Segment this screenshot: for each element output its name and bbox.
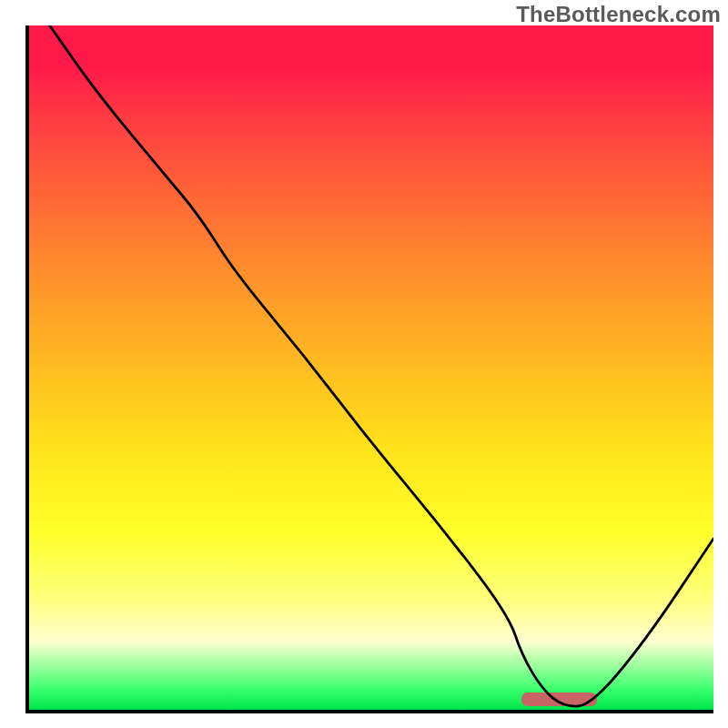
chart-wrapper: TheBottleneck.com xyxy=(0,0,728,728)
bottleneck-curve-path xyxy=(50,25,713,706)
plot-area xyxy=(25,25,713,713)
watermark-text: TheBottleneck.com xyxy=(516,2,721,27)
curve-svg xyxy=(29,25,713,710)
